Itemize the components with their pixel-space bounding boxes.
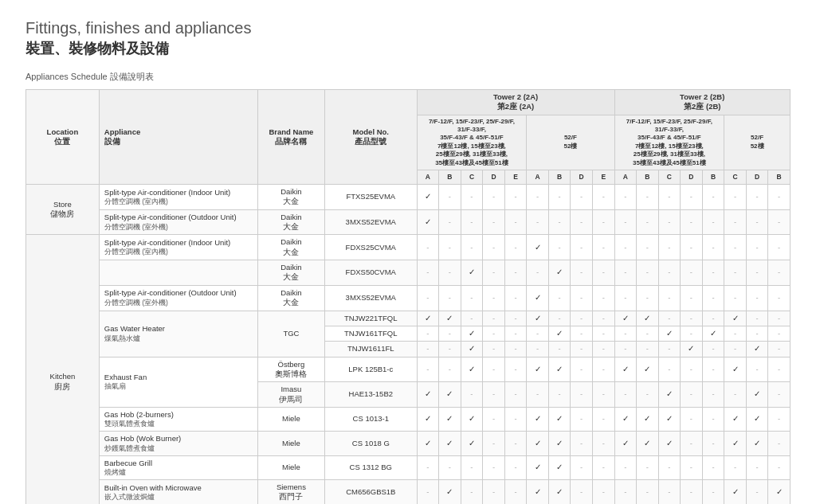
appliance-bbq: Barbecue Grill 燒烤爐 (99, 455, 257, 479)
brand: Daikin大金 (257, 235, 324, 260)
2a-col-b: B (439, 170, 461, 185)
appliance-name: Split-type Air-conditioner (Indoor Unit)… (99, 235, 257, 260)
appliance-exhaust-fan: Exhaust Fan 抽氣扇 (99, 357, 257, 407)
model-cm656: CM656GBS1B (325, 480, 418, 504)
model: FDXS50CVMA (325, 260, 418, 286)
brand-miele-3: Miele (257, 455, 324, 479)
model: 3MXS52EVMA (325, 209, 418, 235)
2b-col-b: B (637, 170, 659, 185)
schedule-label: Appliances Schedule 設備說明表 (26, 71, 790, 83)
model-cs1018: CS 1018 G (325, 432, 418, 455)
col-header-location: Location 位置 (26, 90, 100, 185)
2a-col-e: E (504, 170, 527, 185)
table-row: Built-in Oven with Microwave 嵌入式微波焗爐 Sie… (26, 480, 790, 504)
model-tnjw1611: TNJW1611FL (325, 342, 418, 357)
2b-col-c: C (658, 170, 681, 185)
location-kitchen: Kitchen廚房 (26, 235, 100, 504)
2b-52-col-b2: B (768, 170, 790, 185)
page-title-en: Fittings, finishes and appliances (26, 19, 790, 37)
model: 3MXS52EVMA (325, 285, 418, 311)
brand-miele-2: Miele (257, 432, 324, 455)
model-tnjw221: TNJW221TFQL (325, 311, 418, 326)
table-row: Kitchen廚房 Split-type Air-conditioner (In… (26, 235, 790, 260)
brand: Daikin大金 (257, 260, 324, 286)
model-tnjw161: TNJW161TFQL (325, 326, 418, 341)
table-row: Gas Hob (2-burners) 雙頭氣體煮食爐 Miele CS 101… (26, 407, 790, 431)
model-cs1013: CS 1013-1 (325, 407, 418, 431)
brand-ostberg: Östberg奧斯博格 (257, 357, 324, 382)
brand-miele-1: Miele (257, 407, 324, 431)
2a-52-col-b: B (548, 170, 571, 185)
tower-2a-header: Tower 2 (2A) 第2座 (2A) (417, 90, 614, 115)
location-store: Store儲物房 (26, 185, 100, 235)
tower-2b-range: 7/F-12/F, 15/F-23/F, 25/F-29/F, 31/F-33/… (614, 115, 724, 170)
appliance-name: Split-type Air-conditioner (Outdoor Unit… (99, 209, 257, 235)
model-hae: HAE13-15B2 (325, 382, 418, 408)
page-title-zh: 裝置、裝修物料及設備 (26, 39, 790, 58)
col-header-appliance: Appliance 設備 (99, 90, 257, 185)
2b-col-d: D (681, 170, 703, 185)
table-row: Split-type Air-conditioner (Outdoor Unit… (26, 285, 790, 311)
tower-2b-52f: 52/F52樓 (724, 115, 790, 170)
brand-tgc: TGC (257, 311, 324, 357)
table-row: Exhaust Fan 抽氣扇 Östberg奧斯博格 LPK 125B1-c … (26, 357, 790, 382)
2a-col-d: D (483, 170, 505, 185)
appliance-gas-water-heater: Gas Water Heater 煤氣熱水爐 (99, 311, 257, 357)
2a-col-a: A (417, 170, 439, 185)
2b-52-col-c: C (724, 170, 747, 185)
brand: Daikin大金 (257, 285, 324, 311)
model: FDXS25CVMA (325, 235, 418, 260)
2a-52-col-d: D (571, 170, 593, 185)
tower-2a-range: 7/F-12/F, 15/F-23/F, 25/F-29/F, 31/F-33/… (417, 115, 527, 170)
model: FTXS25EVMA (325, 185, 418, 210)
2b-col-e2: B (702, 170, 724, 185)
table-row: Store儲物房 Split-type Air-conditioner (Ind… (26, 185, 790, 210)
tower-2a-52f: 52/F52樓 (527, 115, 614, 170)
table-row: Barbecue Grill 燒烤爐 Miele CS 1312 BG ----… (26, 455, 790, 479)
2a-col-c: C (461, 170, 483, 185)
appliance-name: Split-type Air-conditioner (Outdoor Unit… (99, 285, 257, 311)
table-row: Daikin大金 FDXS50CVMA --✓-- -✓-- ----- --- (26, 260, 790, 286)
2b-col-a: A (614, 170, 637, 185)
table-row: Gas Water Heater 煤氣熱水爐 TGC TNJW221TFQL ✓… (26, 311, 790, 326)
appliance-oven-micro: Built-in Oven with Microwave 嵌入式微波焗爐 (99, 480, 257, 504)
brand-siemens: Siemens西門子 (257, 480, 324, 504)
brand: Daikin大金 (257, 185, 324, 210)
model-lpk: LPK 125B1-c (325, 357, 418, 382)
col-header-model: Model No. 產品型號 (325, 90, 418, 185)
2a-52-col-a: A (527, 170, 549, 185)
table-row: Split-type Air-conditioner (Outdoor Unit… (26, 209, 790, 235)
appliances-table: Location 位置 Appliance 設備 Brand Name 品牌名稱… (26, 89, 790, 504)
brand-imasu: Imasu伊馬司 (257, 382, 324, 408)
brand: Daikin大金 (257, 209, 324, 235)
appliance-gas-hob-wok: Gas Hob (Wok Burner) 炒鑊氣體煮食爐 (99, 432, 257, 455)
table-row: Gas Hob (Wok Burner) 炒鑊氣體煮食爐 Miele CS 10… (26, 432, 790, 455)
col-header-brand: Brand Name 品牌名稱 (257, 90, 324, 185)
2a-52-col-e: E (592, 170, 614, 185)
2b-52-col-d: D (746, 170, 768, 185)
model-cs1312: CS 1312 BG (325, 455, 418, 479)
appliance-name (99, 260, 257, 286)
appliance-gas-hob-2: Gas Hob (2-burners) 雙頭氣體煮食爐 (99, 407, 257, 431)
appliance-name: Split-type Air-conditioner (Indoor Unit)… (99, 185, 257, 210)
tower-2b-header: Tower 2 (2B) 第2座 (2B) (614, 90, 790, 115)
